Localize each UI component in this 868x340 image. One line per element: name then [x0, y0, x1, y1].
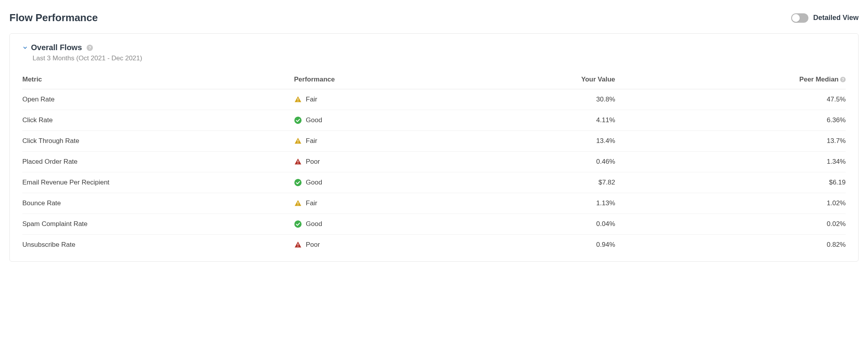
overall-flows-card: Overall Flows ? Last 3 Months (Oct 2021 …: [9, 33, 859, 262]
peer-median-cell: 47.5%: [615, 89, 846, 110]
svg-rect-12: [298, 246, 298, 247]
metric-cell: Bounce Rate: [22, 193, 294, 214]
table-row: Spam Complaint RateGood0.04%0.02%: [22, 214, 846, 235]
metric-cell: Click Through Rate: [22, 131, 294, 152]
fair-icon: [294, 199, 302, 207]
performance-cell: Fair: [294, 193, 500, 214]
performance-cell: Poor: [294, 235, 500, 255]
chevron-down-icon: [22, 45, 28, 51]
peer-median-cell: 13.7%: [615, 131, 846, 152]
your-value-cell: 0.94%: [500, 235, 615, 255]
svg-rect-9: [298, 204, 298, 205]
performance-cell: Good: [294, 172, 500, 193]
table-row: Email Revenue Per RecipientGood$7.82$6.1…: [22, 172, 846, 193]
poor-icon: [294, 241, 302, 249]
your-value-cell: $7.82: [500, 172, 615, 193]
performance-label: Good: [306, 220, 322, 228]
section-title: Overall Flows: [31, 43, 82, 52]
your-value-cell: 0.04%: [500, 214, 615, 235]
performance-cell: Fair: [294, 89, 500, 110]
col-header-peer-median: Peer Median ?: [615, 70, 846, 89]
page-title: Flow Performance: [9, 12, 98, 24]
performance-label: Fair: [306, 96, 317, 103]
svg-rect-11: [298, 244, 298, 246]
performance-label: Poor: [306, 241, 320, 249]
performance-label: Good: [306, 179, 322, 186]
metric-cell: Placed Order Rate: [22, 152, 294, 172]
peer-median-cell: $6.19: [615, 172, 846, 193]
table-row: Click Through RateFair13.4%13.7%: [22, 131, 846, 152]
svg-point-2: [294, 117, 301, 124]
help-icon[interactable]: ?: [840, 77, 846, 82]
peer-median-cell: 1.34%: [615, 152, 846, 172]
detailed-view-toggle[interactable]: [791, 13, 808, 23]
peer-median-cell: 6.36%: [615, 110, 846, 131]
metric-cell: Click Rate: [22, 110, 294, 131]
svg-point-10: [294, 221, 301, 228]
svg-rect-0: [298, 98, 298, 100]
performance-cell: Good: [294, 110, 500, 131]
section-subtitle: Last 3 Months (Oct 2021 - Dec 2021): [33, 54, 846, 62]
metric-cell: Spam Complaint Rate: [22, 214, 294, 235]
svg-rect-4: [298, 142, 298, 143]
metric-cell: Open Rate: [22, 89, 294, 110]
peer-median-label: Peer Median: [799, 76, 839, 83]
your-value-cell: 30.8%: [500, 89, 615, 110]
col-header-your-value: Your Value: [500, 70, 615, 89]
peer-median-cell: 0.82%: [615, 235, 846, 255]
svg-rect-6: [298, 163, 298, 164]
performance-cell: Fair: [294, 131, 500, 152]
table-row: Click RateGood4.11%6.36%: [22, 110, 846, 131]
table-row: Unsubscribe RatePoor0.94%0.82%: [22, 235, 846, 255]
performance-label: Good: [306, 116, 322, 124]
peer-median-cell: 0.02%: [615, 214, 846, 235]
performance-cell: Poor: [294, 152, 500, 172]
section-header[interactable]: Overall Flows ?: [22, 43, 846, 52]
table-row: Open RateFair30.8%47.5%: [22, 89, 846, 110]
metric-cell: Unsubscribe Rate: [22, 235, 294, 255]
svg-rect-1: [298, 101, 298, 101]
svg-rect-5: [298, 161, 298, 163]
col-header-metric: Metric: [22, 70, 294, 89]
toggle-knob: [792, 14, 800, 22]
table-row: Bounce RateFair1.13%1.02%: [22, 193, 846, 214]
performance-cell: Good: [294, 214, 500, 235]
fair-icon: [294, 137, 302, 145]
col-header-performance: Performance: [294, 70, 500, 89]
good-icon: [294, 220, 302, 228]
help-icon[interactable]: ?: [87, 45, 93, 51]
svg-rect-3: [298, 140, 298, 142]
peer-median-cell: 1.02%: [615, 193, 846, 214]
performance-label: Fair: [306, 137, 317, 145]
performance-label: Fair: [306, 199, 317, 207]
fair-icon: [294, 96, 302, 103]
poor-icon: [294, 158, 302, 166]
good-icon: [294, 116, 302, 124]
your-value-cell: 4.11%: [500, 110, 615, 131]
your-value-cell: 0.46%: [500, 152, 615, 172]
your-value-cell: 13.4%: [500, 131, 615, 152]
svg-rect-8: [298, 202, 298, 204]
metrics-table: Metric Performance Your Value Peer Media…: [22, 70, 846, 255]
table-row: Placed Order RatePoor0.46%1.34%: [22, 152, 846, 172]
detailed-view-toggle-wrap: Detailed View: [791, 13, 859, 23]
performance-label: Poor: [306, 158, 320, 166]
detailed-view-label: Detailed View: [813, 14, 859, 22]
good-icon: [294, 179, 302, 186]
your-value-cell: 1.13%: [500, 193, 615, 214]
metric-cell: Email Revenue Per Recipient: [22, 172, 294, 193]
svg-point-7: [294, 179, 301, 186]
